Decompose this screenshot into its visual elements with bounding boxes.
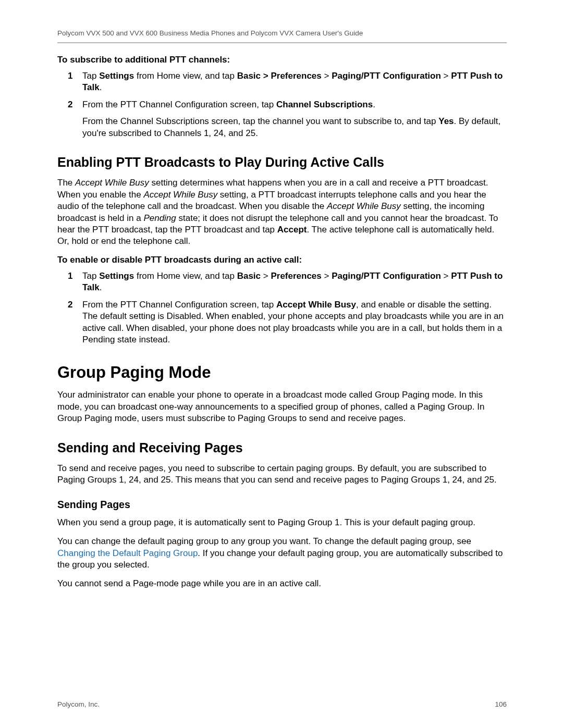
sendrecv-paragraph: To send and receive pages, you need to s…	[57, 463, 507, 486]
bold: Accept While Busy	[276, 300, 356, 310]
text: from Home view, and tap	[134, 71, 237, 81]
subscribe-step-1: Tap Settings from Home view, and tap Bas…	[68, 70, 507, 94]
footer-page-number: 106	[495, 700, 507, 708]
text: From the PTT Channel Configuration scree…	[82, 100, 276, 109]
bold: Paging/PTT Configuration	[332, 271, 441, 281]
enable-steps: Tap Settings from Home view, and tap Bas…	[68, 270, 507, 346]
enable-paragraph: The Accept While Busy setting determines…	[57, 177, 507, 248]
bold: Preferences	[271, 271, 321, 281]
group-paging-paragraph: Your administrator can enable your phone…	[57, 389, 507, 424]
running-header: Polycom VVX 500 and VVX 600 Business Med…	[57, 29, 507, 37]
subscribe-step-2-sub: From the Channel Subscriptions screen, t…	[82, 116, 507, 139]
text: >	[261, 271, 271, 281]
italic: Pending	[143, 213, 176, 223]
bold: Settings	[99, 71, 134, 81]
text: Tap	[82, 71, 99, 81]
text: From the PTT Channel Configuration scree…	[82, 300, 276, 310]
text: .	[100, 82, 102, 92]
subscribe-title: To subscribe to additional PTT channels:	[57, 55, 507, 65]
page-content: Polycom VVX 500 and VVX 600 Business Med…	[0, 0, 563, 590]
link-change-default-paging-group[interactable]: Changing the Default Paging Group	[57, 548, 198, 558]
sending-paragraph-1: When you send a group page, it is automa…	[57, 517, 507, 528]
text: >	[441, 271, 451, 281]
bold: Settings	[99, 271, 134, 281]
text: From the Channel Subscriptions screen, t…	[82, 116, 438, 126]
sendrecv-heading: Sending and Receiving Pages	[57, 440, 507, 455]
bold: Basic	[237, 271, 261, 281]
bold: Yes	[438, 116, 454, 126]
italic: Accept While Busy	[143, 190, 217, 200]
sending-paragraph-3: You cannot send a Page-mode page while y…	[57, 578, 507, 589]
enable-heading: Enabling PTT Broadcasts to Play During A…	[57, 155, 507, 170]
text: You can change the default paging group …	[57, 536, 471, 546]
enable-step-1: Tap Settings from Home view, and tap Bas…	[68, 270, 507, 294]
text: >	[441, 71, 451, 81]
bold: Channel Subscriptions	[276, 100, 373, 109]
group-paging-heading: Group Paging Mode	[57, 363, 507, 382]
page-footer: Polycom, Inc. 106	[57, 700, 507, 708]
sending-paragraph-2: You can change the default paging group …	[57, 536, 507, 571]
bold: Accept	[277, 225, 307, 235]
text: The	[57, 178, 75, 188]
subscribe-steps: Tap Settings from Home view, and tap Bas…	[68, 70, 507, 139]
sending-heading: Sending Pages	[57, 499, 507, 511]
text: .	[100, 282, 102, 292]
footer-left: Polycom, Inc.	[57, 700, 100, 708]
italic: Accept While Busy	[327, 201, 401, 211]
text: >	[322, 71, 332, 81]
header-rule	[57, 42, 507, 43]
text: .	[373, 100, 375, 109]
bold: Paging/PTT Configuration	[332, 71, 441, 81]
bold: Basic > Preferences	[237, 71, 322, 81]
enable-subtitle: To enable or disable PTT broadcasts duri…	[57, 255, 507, 265]
italic: Accept While Busy	[75, 178, 149, 188]
subscribe-step-2: From the PTT Channel Configuration scree…	[68, 99, 507, 139]
text: >	[322, 271, 332, 281]
text: Tap	[82, 271, 99, 281]
text: from Home view, and tap	[134, 271, 237, 281]
enable-step-2: From the PTT Channel Configuration scree…	[68, 299, 507, 346]
